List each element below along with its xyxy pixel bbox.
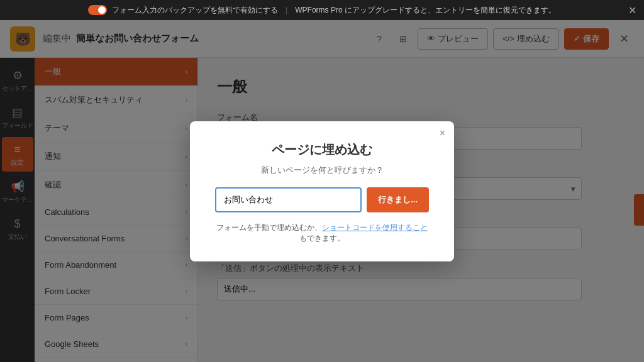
notification-text2: WPForms Pro にアップグレードすると、エントリーを簡単に復元できます。 (295, 5, 556, 16)
modal-input-row: 行きまし... (215, 187, 429, 212)
separator: | (286, 6, 287, 14)
page-name-input[interactable] (215, 187, 362, 212)
modal-subtitle: 新しいページを何と呼びますか？ (215, 165, 429, 176)
notification-text1: フォーム入力のバックアップを無料で有効にする (112, 5, 278, 16)
shortcode-link[interactable]: ショートコードを使用すること (322, 223, 428, 232)
modal-overlay[interactable]: × ページに埋め込む 新しいページを何と呼びますか？ 行きまし... フォームを… (0, 20, 644, 362)
go-button[interactable]: 行きまし... (367, 187, 429, 212)
modal-link-text: フォームを手動で埋め込むか、ショートコードを使用することもできます。 (215, 222, 429, 244)
modal-close-button[interactable]: × (440, 128, 445, 139)
notification-bar: フォーム入力のバックアップを無料で有効にする | WPForms Pro にアッ… (0, 0, 644, 20)
modal-title: ページに埋め込む (215, 141, 429, 158)
toggle-icon[interactable] (88, 5, 107, 15)
notification-close-icon[interactable]: ✕ (628, 4, 636, 16)
embed-modal: × ページに埋め込む 新しいページを何と呼びますか？ 行きまし... フォームを… (190, 121, 454, 261)
